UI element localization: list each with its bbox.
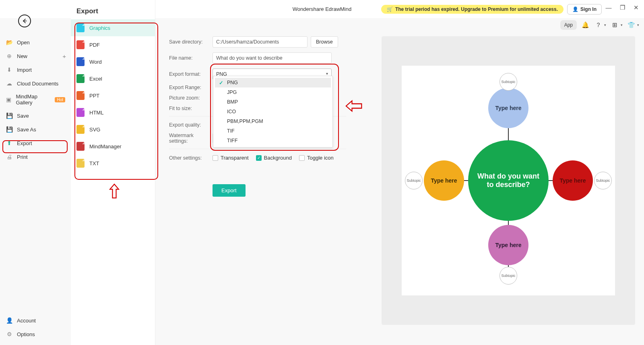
- export-type-mindmanager[interactable]: MindManager: [71, 138, 155, 155]
- format-option-ico[interactable]: ICO: [215, 107, 331, 116]
- sidebar-label: Print: [17, 154, 28, 160]
- checkbox-checked-icon: ✓: [256, 155, 262, 161]
- hot-badge: Hot: [55, 97, 65, 102]
- format-option-bmp[interactable]: BMP: [215, 97, 331, 107]
- user-icon: 👤: [6, 317, 13, 324]
- divider: [169, 149, 346, 149]
- excel-icon: [76, 74, 85, 83]
- sidebar-item-print[interactable]: 🖨Print: [0, 150, 71, 164]
- save-dir-input[interactable]: C:/Users/hamza/Documents: [213, 36, 308, 48]
- exp-label: Graphics: [89, 25, 110, 31]
- bell-icon[interactable]: 🔔: [581, 21, 590, 29]
- format-option-tiff[interactable]: TIFF: [215, 136, 331, 145]
- shirt-icon[interactable]: 👕: [627, 21, 636, 29]
- export-type-ppt[interactable]: PPT: [71, 87, 155, 104]
- user-icon: 👤: [572, 6, 578, 12]
- svg-icon: [76, 125, 85, 134]
- exp-label: SVG: [89, 127, 100, 133]
- sidebar-item-import[interactable]: ⬇Import: [0, 63, 71, 77]
- sub-text: Subtopic: [407, 179, 421, 183]
- back-button[interactable]: [18, 15, 31, 27]
- subtopic-node[interactable]: Subtopic: [405, 172, 423, 189]
- background-checkbox[interactable]: ✓Background: [256, 155, 292, 161]
- exp-label: Excel: [89, 76, 102, 82]
- ppt-icon: [76, 91, 85, 100]
- save-dir-label: Save directory:: [169, 39, 213, 45]
- close-button[interactable]: ✕: [632, 4, 640, 11]
- sub-text: Subtopic: [596, 179, 610, 183]
- sidebar-label: Cloud Documents: [17, 81, 58, 87]
- other-label: Other settings:: [169, 155, 213, 161]
- save-as-icon: 💾: [6, 126, 13, 133]
- watermark-label: Watermark settings:: [169, 133, 213, 144]
- sidebar-item-new[interactable]: ⊕New+: [0, 49, 71, 63]
- cloud-icon: ☁: [6, 80, 13, 87]
- sidebar-item-save[interactable]: 💾Save: [0, 109, 71, 123]
- sidebar-label: Options: [17, 331, 35, 337]
- center-text: What do you want to describe?: [468, 172, 549, 189]
- subtopic-node[interactable]: Subtopic: [500, 73, 517, 91]
- format-dropdown: PNG JPG BMP ICO PBM,PPM,PGM TIF TIFF: [213, 76, 333, 148]
- subtopic-node[interactable]: Subtopic: [594, 172, 612, 189]
- format-label: Export format:: [169, 71, 213, 77]
- right-node[interactable]: Type here: [553, 160, 593, 201]
- format-option-tif[interactable]: TIF: [215, 126, 331, 136]
- html-icon: [76, 108, 85, 117]
- subtopic-node[interactable]: Subtopic: [500, 267, 517, 285]
- file-name-input[interactable]: What do you want to describe: [213, 52, 332, 64]
- sidebar-item-gallery[interactable]: ▣MindMap GalleryHot: [0, 90, 71, 109]
- chk-label: Toggle icon: [307, 155, 334, 161]
- export-button[interactable]: Export: [213, 184, 246, 197]
- window-controls: — ❐ ✕: [605, 4, 640, 11]
- node-text: Type here: [559, 177, 586, 184]
- sidebar-item-account[interactable]: 👤Account: [0, 314, 71, 327]
- sidebar-item-save-as[interactable]: 💾Save As: [0, 123, 71, 136]
- export-title: Export: [71, 0, 155, 19]
- node-text: Type here: [495, 242, 521, 248]
- left-node[interactable]: Type here: [424, 160, 464, 201]
- annotation-arrow-up: [107, 183, 122, 201]
- preview-area: What do you want to describe? Type here …: [382, 36, 635, 325]
- export-type-graphics[interactable]: Graphics: [71, 19, 155, 36]
- export-icon: ⬆: [6, 139, 13, 147]
- export-type-pdf[interactable]: PDF: [71, 36, 155, 53]
- sidebar-item-export[interactable]: ⬆Export: [0, 136, 71, 150]
- sidebar-label: Account: [17, 318, 36, 324]
- help-icon[interactable]: ？: [594, 21, 603, 29]
- file-sidebar: 📂Open ⊕New+ ⬇Import ☁Cloud Documents ▣Mi…: [0, 32, 71, 345]
- sidebar-label: Open: [17, 39, 30, 46]
- export-type-txt[interactable]: TXT: [71, 155, 155, 172]
- format-option-jpg[interactable]: JPG: [215, 87, 331, 97]
- sidebar-label: New: [17, 53, 27, 59]
- fit-label: Fit to size:: [169, 106, 213, 111]
- sidebar-item-open[interactable]: 📂Open: [0, 35, 71, 49]
- browse-button[interactable]: Browse: [311, 36, 338, 48]
- sidebar-item-options[interactable]: ⚙Options: [0, 327, 71, 341]
- app-title: Wondershare EdrawMind: [293, 6, 351, 12]
- maximize-button[interactable]: ❐: [618, 4, 626, 11]
- format-option-pbm[interactable]: PBM,PPM,PGM: [215, 116, 331, 126]
- toggle-icon-checkbox[interactable]: Toggle icon: [299, 155, 334, 161]
- format-option-png[interactable]: PNG: [215, 78, 331, 87]
- top-node[interactable]: Type here: [488, 88, 528, 128]
- top-toolbar: App 🔔 ？▾ ⊞▾ 👕▾: [560, 20, 639, 30]
- sidebar-item-cloud[interactable]: ☁Cloud Documents: [0, 77, 71, 90]
- export-type-excel[interactable]: Excel: [71, 70, 155, 87]
- grid-icon[interactable]: ⊞: [610, 21, 619, 29]
- mm-icon: [76, 142, 85, 151]
- trial-banner[interactable]: 🛒 The trial period has expired. Upgrade …: [381, 5, 564, 14]
- node-text: Type here: [431, 177, 457, 184]
- cart-icon: 🛒: [387, 6, 393, 12]
- app-pill[interactable]: App: [560, 20, 577, 30]
- sign-in-button[interactable]: 👤 Sign In: [567, 4, 602, 15]
- center-node[interactable]: What do you want to describe?: [468, 140, 549, 221]
- chevron-down-icon: ▾: [637, 23, 639, 27]
- transparent-checkbox[interactable]: Transparent: [213, 155, 249, 161]
- add-icon[interactable]: +: [62, 53, 66, 60]
- sidebar-label: Import: [17, 67, 32, 73]
- export-type-word[interactable]: Word: [71, 53, 155, 70]
- bottom-node[interactable]: Type here: [488, 225, 528, 265]
- export-type-html[interactable]: HTML: [71, 104, 155, 121]
- minimize-button[interactable]: —: [605, 4, 613, 11]
- export-type-svg[interactable]: SVG: [71, 121, 155, 138]
